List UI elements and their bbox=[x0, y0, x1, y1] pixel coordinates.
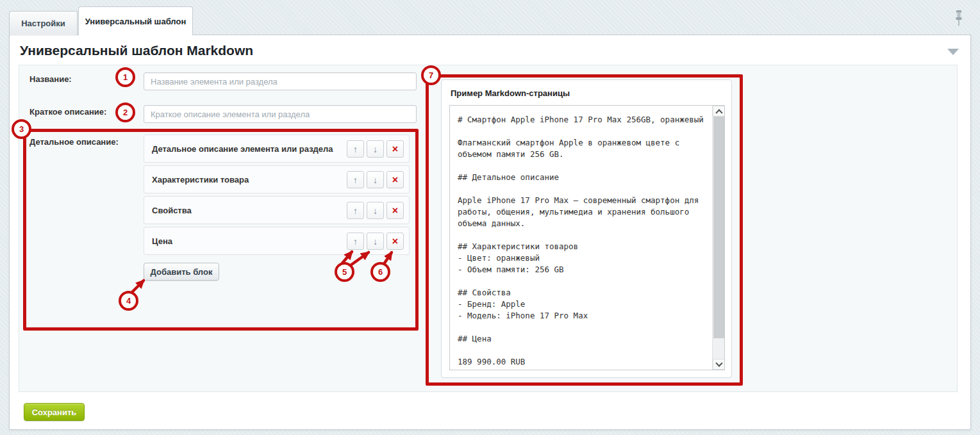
tab-settings[interactable]: Настройки bbox=[9, 11, 78, 35]
tab-universal-template-label: Универсальный шаблон bbox=[85, 17, 187, 26]
scroll-down-button[interactable] bbox=[713, 359, 725, 370]
page: Настройки Универсальный шаблон Универсал… bbox=[0, 0, 980, 435]
form-body: Название: Краткое описание: Детальное оп… bbox=[19, 65, 958, 392]
tab-settings-label: Настройки bbox=[21, 19, 65, 28]
markdown-preview-card: Пример Markdown-страницы # Смартфон Appl… bbox=[441, 79, 732, 378]
move-down-button[interactable]: ↓ bbox=[367, 202, 384, 219]
tab-universal-template[interactable]: Универсальный шаблон bbox=[78, 6, 193, 35]
markdown-preview-title: Пример Markdown-страницы bbox=[451, 88, 570, 98]
arrow-up-icon: ↑ bbox=[353, 175, 358, 185]
template-editor-panel: Универсальный шаблон Markdown Название: … bbox=[9, 35, 971, 430]
block-row: Свойства ↑ ↓ × bbox=[144, 196, 410, 224]
scroll-up-button[interactable] bbox=[713, 106, 725, 117]
move-up-button[interactable]: ↑ bbox=[347, 140, 364, 158]
delete-icon: × bbox=[392, 144, 398, 155]
move-down-button[interactable]: ↓ bbox=[367, 140, 384, 158]
detail-description-label: Детальное описание: bbox=[29, 137, 119, 147]
block-row: Детальное описание элемента или раздела … bbox=[144, 135, 410, 163]
move-down-button[interactable]: ↓ bbox=[367, 171, 384, 188]
delete-icon: × bbox=[392, 236, 398, 247]
name-input[interactable] bbox=[144, 72, 417, 90]
add-block-button[interactable]: Добавить блок bbox=[144, 263, 219, 281]
block-row-label: Характеристики товара bbox=[152, 175, 249, 185]
delete-icon: × bbox=[392, 174, 398, 186]
chevron-up-icon bbox=[715, 109, 722, 116]
block-row-label: Детальное описание элемента или раздела bbox=[152, 144, 333, 154]
arrow-down-icon: ↓ bbox=[373, 144, 378, 154]
arrow-down-icon: ↓ bbox=[373, 236, 378, 247]
delete-block-button[interactable]: × bbox=[386, 233, 404, 250]
chevron-down-icon[interactable] bbox=[947, 49, 959, 55]
save-button[interactable]: Сохранить bbox=[24, 403, 85, 421]
short-description-label: Краткое описание: bbox=[29, 107, 106, 117]
scrollbar[interactable] bbox=[712, 106, 724, 370]
pin-icon[interactable] bbox=[954, 10, 964, 28]
arrow-down-icon: ↓ bbox=[373, 206, 378, 216]
block-row-label: Свойства bbox=[152, 206, 192, 215]
move-up-button[interactable]: ↑ bbox=[347, 202, 364, 219]
delete-block-button[interactable]: × bbox=[386, 140, 404, 158]
block-row: Характеристики товара ↑ ↓ × bbox=[144, 165, 410, 193]
block-row-label: Цена bbox=[152, 236, 172, 246]
move-up-button[interactable]: ↑ bbox=[347, 171, 364, 188]
page-title: Универсальный шаблон Markdown bbox=[20, 43, 253, 58]
markdown-preview-content: # Смартфон Apple iPhone 17 Pro Max 256GB… bbox=[450, 106, 712, 370]
move-down-button[interactable]: ↓ bbox=[367, 233, 384, 250]
delete-block-button[interactable]: × bbox=[386, 202, 404, 219]
arrow-down-icon: ↓ bbox=[373, 175, 378, 185]
arrow-up-icon: ↑ bbox=[353, 144, 358, 154]
delete-icon: × bbox=[392, 205, 398, 217]
delete-block-button[interactable]: × bbox=[386, 171, 404, 188]
name-field-label: Название: bbox=[29, 74, 72, 84]
block-row: Цена ↑ ↓ × bbox=[144, 227, 410, 255]
move-up-button[interactable]: ↑ bbox=[347, 233, 364, 250]
arrow-up-icon: ↑ bbox=[353, 206, 358, 216]
arrow-up-icon: ↑ bbox=[353, 236, 358, 247]
short-description-input[interactable] bbox=[144, 105, 417, 123]
markdown-preview-textarea[interactable]: # Смартфон Apple iPhone 17 Pro Max 256GB… bbox=[449, 105, 725, 370]
scrollbar-thumb[interactable] bbox=[713, 117, 724, 338]
chevron-down-icon bbox=[715, 359, 722, 366]
